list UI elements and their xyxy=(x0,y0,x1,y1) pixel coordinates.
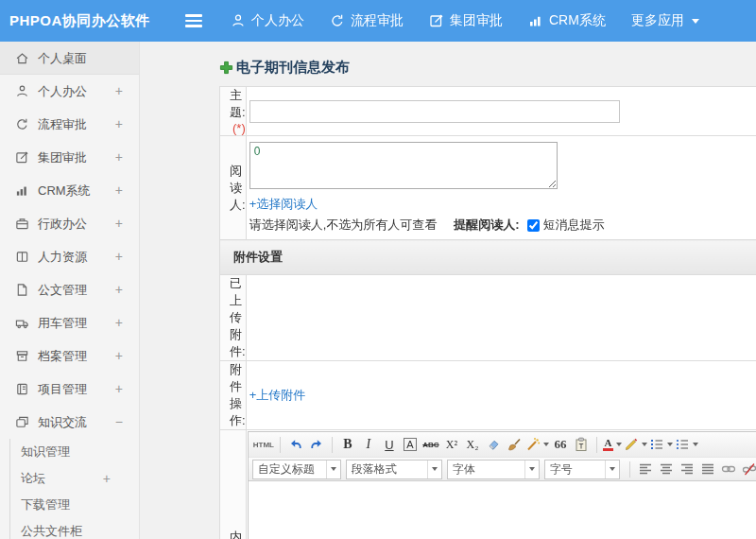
toolbar-separator xyxy=(596,437,597,453)
hamburger-menu-icon[interactable] xyxy=(185,11,206,30)
home-icon xyxy=(15,51,29,65)
nav-personal-office[interactable]: 个人办公 xyxy=(231,12,304,29)
insert-link-button[interactable] xyxy=(719,460,738,478)
sidebar-subitem-public-cabinet[interactable]: 公共文件柜 xyxy=(10,518,139,539)
sidebar-item-hr[interactable]: 人力资源 + xyxy=(0,240,139,273)
align-center-button[interactable] xyxy=(657,460,676,478)
html-source-button[interactable]: HTML xyxy=(253,435,274,454)
paragraph-format-dropdown[interactable]: 段落格式 xyxy=(346,460,442,479)
font-size-dropdown[interactable]: 字号 xyxy=(544,460,620,479)
editor-content-area[interactable] xyxy=(249,481,756,539)
sidebar-item-knowledge-exchange[interactable]: 知识交流 − xyxy=(0,406,139,439)
sidebar-item-document-mgmt[interactable]: 公文管理 + xyxy=(0,273,139,306)
content-label-cell: 内容:(*) xyxy=(220,430,247,539)
sidebar-label: 人力资源 xyxy=(38,240,87,273)
blockquote-button[interactable]: 66 xyxy=(551,435,570,454)
expand-toggle[interactable]: − xyxy=(115,406,123,439)
attachment-op-label-cell: 附件操作: xyxy=(220,361,247,430)
eraser-button[interactable] xyxy=(484,435,503,454)
readers-textarea[interactable]: 0 xyxy=(249,142,558,189)
expand-toggle[interactable]: + xyxy=(103,465,111,492)
expand-toggle[interactable]: + xyxy=(115,240,123,273)
sidebar-item-vehicle-mgmt[interactable]: 用车管理 + xyxy=(0,306,139,339)
justify-icon xyxy=(700,461,715,477)
underline-button[interactable]: U xyxy=(380,435,399,454)
paste-text-button[interactable] xyxy=(572,435,591,454)
sidebar-sublabel: 下载管理 xyxy=(21,497,70,512)
upload-attachment-link[interactable]: +上传附件 xyxy=(249,388,306,402)
form-row-subject: 主题:(*) xyxy=(220,87,756,136)
highlight-color-button[interactable] xyxy=(624,435,647,454)
superscript-button[interactable]: X² xyxy=(442,435,461,454)
form-row-uploaded: 已上传附件: xyxy=(220,275,756,361)
subject-label-cell: 主题:(*) xyxy=(220,87,247,136)
autotypeset-button[interactable] xyxy=(525,435,549,454)
nav-more-apps[interactable]: 更多应用 xyxy=(631,12,699,29)
unordered-list-button[interactable] xyxy=(675,435,698,454)
subject-input[interactable] xyxy=(249,100,620,123)
ordered-list-button[interactable] xyxy=(649,435,673,454)
add-plus-icon xyxy=(219,61,233,75)
nav-workflow-approval[interactable]: 流程审批 xyxy=(330,12,404,29)
clipboard-icon xyxy=(574,437,589,452)
sidebar-item-personal-desktop[interactable]: 个人桌面 xyxy=(0,42,139,75)
uploaded-label-cell: 已上传附件: xyxy=(220,275,247,361)
nav-crm-system[interactable]: CRM系统 xyxy=(528,12,606,29)
edit-icon xyxy=(15,150,29,165)
redo-button[interactable] xyxy=(307,435,326,454)
required-mark: (*) xyxy=(232,121,246,135)
italic-button[interactable]: I xyxy=(359,435,378,454)
justify-button[interactable] xyxy=(698,460,717,478)
choose-readers-link[interactable]: +选择阅读人 xyxy=(249,197,318,211)
expand-toggle[interactable]: + xyxy=(115,141,123,174)
bold-button[interactable]: B xyxy=(338,435,357,454)
align-left-button[interactable] xyxy=(636,460,655,478)
custom-heading-dropdown[interactable]: 自定义标题 xyxy=(252,460,341,479)
sidebar-sublabel: 公共文件柜 xyxy=(21,524,82,538)
truck-icon xyxy=(15,316,29,330)
expand-toggle[interactable]: + xyxy=(115,207,123,240)
remove-link-button[interactable] xyxy=(740,460,756,478)
expand-toggle[interactable]: + xyxy=(115,339,123,373)
sidebar-label: 项目管理 xyxy=(38,373,87,406)
sidebar-item-group-approval[interactable]: 集团审批 + xyxy=(0,141,139,174)
strikethrough-button[interactable]: ABC xyxy=(421,435,440,454)
expand-toggle[interactable]: + xyxy=(115,108,123,141)
subscript-button[interactable]: X₂ xyxy=(463,435,482,454)
form-row-content: 内容:(*) HTML B xyxy=(220,430,756,539)
highlighter-pen-icon xyxy=(624,437,639,452)
expand-toggle[interactable]: + xyxy=(115,306,123,339)
briefcase-icon xyxy=(15,217,29,231)
nav-label: 流程审批 xyxy=(351,12,404,29)
person-icon xyxy=(15,84,29,98)
nav-group-approval[interactable]: 集团审批 xyxy=(429,12,503,29)
format-brush-button[interactable] xyxy=(505,435,524,454)
font-color-button[interactable]: A xyxy=(603,435,622,454)
expand-toggle[interactable]: + xyxy=(115,75,123,108)
sidebar-subitem-forum[interactable]: 论坛 + xyxy=(10,465,139,492)
nav-label: 集团审批 xyxy=(450,12,503,29)
app-logo: PHPOA协同办公软件 xyxy=(0,12,185,30)
main-content: 电子期刊信息发布 主题:(*) 阅读人: 0 +选择阅读人 请选择阅读人,不选为… xyxy=(141,42,756,539)
align-right-button[interactable] xyxy=(678,460,696,478)
sidebar-item-admin-office[interactable]: 行政办公 + xyxy=(0,207,139,240)
sidebar-item-crm[interactable]: CRM系统 + xyxy=(0,174,139,207)
sidebar-item-archive-mgmt[interactable]: 档案管理 + xyxy=(0,339,139,373)
workflow-icon xyxy=(330,13,345,28)
sidebar-item-personal-office[interactable]: 个人办公 + xyxy=(0,75,139,108)
readers-hint: 请选择阅读人,不选为所有人可查看 xyxy=(249,217,438,234)
sidebar-label: 集团审批 xyxy=(38,141,87,174)
sidebar-item-workflow-approval[interactable]: 流程审批 + xyxy=(0,108,139,141)
sms-remind-checkbox[interactable] xyxy=(527,219,540,232)
sidebar-subitem-knowledge-mgmt[interactable]: 知识管理 xyxy=(10,439,139,465)
autoformat-button[interactable]: A xyxy=(404,438,416,451)
sidebar-subitem-download-mgmt[interactable]: 下载管理 xyxy=(10,492,139,518)
expand-toggle[interactable]: + xyxy=(115,273,123,306)
sidebar-item-project-mgmt[interactable]: 项目管理 + xyxy=(0,373,139,406)
expand-toggle[interactable]: + xyxy=(115,373,123,406)
font-family-dropdown[interactable]: 字体 xyxy=(447,460,540,479)
sidebar: 个人桌面 个人办公 + 流程审批 + 集团审批 + CRM系统 + 行政办公 +… xyxy=(0,42,140,539)
undo-button[interactable] xyxy=(286,435,305,454)
expand-toggle[interactable]: + xyxy=(115,174,123,207)
subject-field-cell xyxy=(246,87,756,136)
